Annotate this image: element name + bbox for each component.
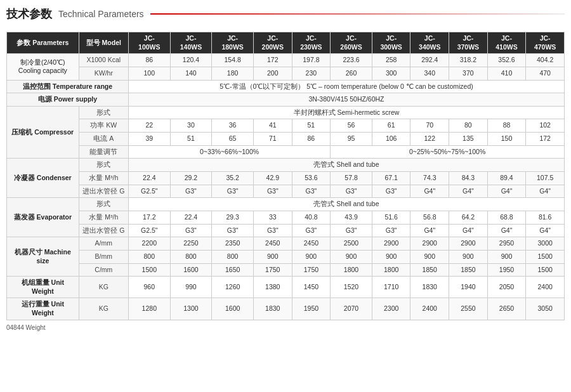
table-cell: 102 <box>526 119 565 133</box>
table-cell: 1950 <box>487 263 526 277</box>
table-cell: 1600 <box>212 298 254 320</box>
table-cell: 100 <box>128 67 170 80</box>
table-cell: 2950 <box>487 237 526 251</box>
table-cell: 81.6 <box>526 211 565 224</box>
table-cell: 800 <box>170 250 212 263</box>
table-cell: 70 <box>410 119 449 133</box>
table-cell: 172 <box>526 133 565 146</box>
table-cell: G4" <box>410 224 449 237</box>
row-sub-label: 形式 <box>79 198 128 211</box>
table-cell: 960 <box>128 277 170 298</box>
table-cell: 1300 <box>170 298 212 320</box>
table-cell: 200 <box>253 67 292 80</box>
table-cell: G3" <box>292 224 331 237</box>
table-cell: 1280 <box>128 298 170 320</box>
table-cell: 2200 <box>128 237 170 251</box>
table-cell: 370 <box>449 67 488 80</box>
table-cell: 260 <box>331 67 372 80</box>
table-cell: 197.8 <box>292 54 331 67</box>
col-param: 参数 Parameters <box>7 32 79 54</box>
table-cell: 258 <box>372 54 410 67</box>
table-cell: 223.6 <box>331 54 372 67</box>
col-jc340: JC-340WS <box>410 32 449 54</box>
table-cell: 1940 <box>449 277 488 298</box>
table-cell: G3" <box>331 224 372 237</box>
row-span-cell: 半封闭螺杆式 Semi-hermetic screw <box>128 106 564 119</box>
table-cell: G3" <box>212 224 254 237</box>
table-cell: 74.3 <box>410 172 449 185</box>
table-cell: 43.9 <box>331 211 372 224</box>
table-cell: 1850 <box>410 263 449 277</box>
table-cell: G4" <box>526 185 565 198</box>
row-main-label: 电源 Power supply <box>7 93 129 107</box>
row-sub-label: X1000 Kcal <box>79 54 128 67</box>
header-en: Technical Parameters <box>58 9 144 19</box>
table-cell: 64.2 <box>449 211 488 224</box>
table-cell: G3" <box>292 185 331 198</box>
table-cell: 1500 <box>128 263 170 277</box>
table-cell: G3" <box>253 185 292 198</box>
row-main-label: 机组重量 Unit Weight <box>7 277 79 298</box>
table-cell: 1850 <box>449 263 488 277</box>
row-split-right: 0~25%~50%~75%~100% <box>331 145 565 159</box>
table-cell: 3050 <box>526 298 565 320</box>
table-cell: 56.8 <box>410 211 449 224</box>
table-cell: 1260 <box>212 277 254 298</box>
row-sub-label: 形式 <box>79 106 128 119</box>
table-cell: 900 <box>449 250 488 263</box>
table-cell: 84.3 <box>449 172 488 185</box>
col-jc300: JC-300WS <box>372 32 410 54</box>
table-cell: 900 <box>292 250 331 263</box>
table-cell: 22.4 <box>170 211 212 224</box>
row-sub-label: B/mm <box>79 250 128 263</box>
table-cell: 292.4 <box>410 54 449 67</box>
col-jc260: JC-260WS <box>331 32 372 54</box>
table-cell: 71 <box>253 133 292 146</box>
table-cell: 135 <box>449 133 488 146</box>
header-zh: 技术参数 <box>6 6 52 22</box>
table-cell: 2250 <box>170 237 212 251</box>
table-cell: 2650 <box>487 298 526 320</box>
table-cell: 53.6 <box>292 172 331 185</box>
table-cell: 106 <box>372 133 410 146</box>
table-header-row: 参数 Parameters 型号 Model JC-100WS JC-140WS… <box>7 32 565 54</box>
table-cell: 86 <box>292 133 331 146</box>
table-cell: 67.1 <box>372 172 410 185</box>
table-cell: 68.8 <box>487 211 526 224</box>
table-cell: G3" <box>212 185 254 198</box>
table-cell: 51 <box>170 133 212 146</box>
col-jc230: JC-230WS <box>292 32 331 54</box>
col-jc140: JC-140WS <box>170 32 212 54</box>
table-cell: G4" <box>449 224 488 237</box>
row-main-label: 冷凝器 Condenser <box>7 159 79 198</box>
table-cell: 22 <box>128 119 170 133</box>
table-cell: 2900 <box>449 237 488 251</box>
table-cell: 172 <box>253 54 292 67</box>
table-cell: G2.5" <box>128 224 170 237</box>
table-cell: G3" <box>331 185 372 198</box>
tech-params-table: 参数 Parameters 型号 Model JC-100WS JC-140WS… <box>6 32 565 320</box>
table-cell: 340 <box>410 67 449 80</box>
table-cell: 80 <box>449 119 488 133</box>
table-cell: 140 <box>170 67 212 80</box>
row-sub-label: 电流 A <box>79 133 128 146</box>
row-sub-label: KW/hr <box>79 67 128 80</box>
footer-label: 04844 Weight <box>6 324 565 331</box>
table-cell: 1500 <box>526 250 565 263</box>
table-cell: 1950 <box>292 298 331 320</box>
row-span-cell: 3N-380V/415 50HZ/60HZ <box>128 93 564 107</box>
table-cell: 2400 <box>526 277 565 298</box>
row-span-cell: 壳管式 Shell and tube <box>128 159 564 172</box>
table-cell: 1500 <box>526 263 565 277</box>
table-cell: 1750 <box>253 263 292 277</box>
table-cell: 30 <box>170 119 212 133</box>
table-cell: 2300 <box>372 298 410 320</box>
table-cell: 88 <box>487 119 526 133</box>
table-cell: 1520 <box>331 277 372 298</box>
table-cell: 120.4 <box>170 54 212 67</box>
table-cell: G4" <box>487 224 526 237</box>
table-cell: G3" <box>170 185 212 198</box>
table-cell: 107.5 <box>526 172 565 185</box>
table-cell: 2050 <box>487 277 526 298</box>
table-cell: 39 <box>128 133 170 146</box>
